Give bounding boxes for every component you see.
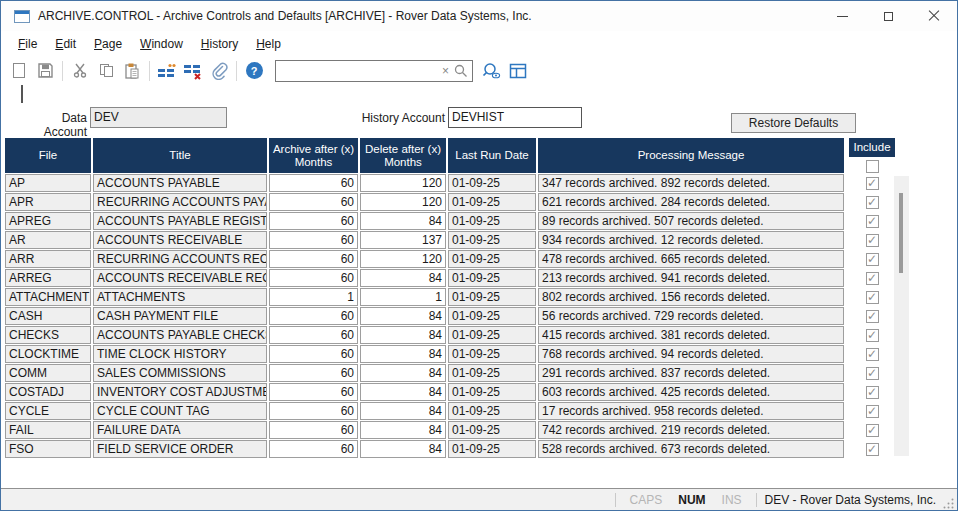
cell-file: ATTACHMENT [5,288,91,306]
history-account-label: History Account [361,111,445,125]
cell-delete-months[interactable]: 1 [360,288,446,306]
cell-archive-months[interactable]: 60 [269,307,358,325]
cell-delete-months[interactable]: 84 [360,326,446,344]
cell-archive-months[interactable]: 60 [269,440,358,458]
help-button[interactable]: ? [241,59,267,83]
table-row: FAIL FAILURE DATA 60 84 01-09-25 742 rec… [5,421,895,439]
include-checkbox[interactable]: ✓ [866,310,879,323]
maximize-button[interactable] [865,1,911,31]
include-checkbox[interactable]: ✓ [866,291,879,304]
clear-search-icon[interactable]: × [438,64,453,78]
include-checkbox[interactable]: ✓ [866,443,879,456]
cell-delete-months[interactable]: 84 [360,402,446,420]
search-input[interactable] [276,62,438,80]
cell-processing-message: 934 records archived. 12 records deleted… [538,231,844,249]
menu-history[interactable]: History [192,34,247,54]
include-select-all-checkbox[interactable] [866,160,879,173]
cell-delete-months[interactable]: 84 [360,345,446,363]
cell-delete-months[interactable]: 120 [360,193,446,211]
cell-archive-months[interactable]: 60 [269,174,358,192]
lookup-preview-icon [482,62,502,80]
restore-defaults-button[interactable]: Restore Defaults [731,113,856,133]
cell-delete-months[interactable]: 120 [360,250,446,268]
cell-processing-message: 603 records archived. 425 records delete… [538,383,844,401]
col-header-title: Title [93,138,267,173]
cell-archive-months[interactable]: 60 [269,364,358,382]
cell-last-run-date: 01-09-25 [448,345,536,363]
menu-window[interactable]: Window [131,34,192,54]
cell-delete-months[interactable]: 84 [360,307,446,325]
cell-delete-months[interactable]: 84 [360,269,446,287]
cell-archive-months[interactable]: 1 [269,288,358,306]
vertical-scrollbar-thumb[interactable] [899,193,903,273]
search-icon[interactable] [453,63,469,79]
cell-delete-months[interactable]: 137 [360,231,446,249]
cell-delete-months[interactable]: 84 [360,383,446,401]
copy-button[interactable] [93,59,119,83]
menu-help[interactable]: Help [247,34,290,54]
cell-processing-message: 768 records archived. 94 records deleted… [538,345,844,363]
table-row: AR ACCOUNTS RECEIVABLE 60 137 01-09-25 9… [5,231,895,249]
close-button[interactable] [911,1,957,31]
window-title: ARCHIVE.CONTROL - Archive Controls and D… [38,9,532,23]
table-row: APR RECURRING ACCOUNTS PAYABLE 60 120 01… [5,193,895,211]
cut-button[interactable] [67,59,93,83]
cell-archive-months[interactable]: 60 [269,212,358,230]
attach-button[interactable] [206,59,232,83]
cell-delete-months[interactable]: 84 [360,212,446,230]
layout-button[interactable] [505,59,531,83]
insert-row-button[interactable] [154,59,180,83]
menu-page[interactable]: Page [85,34,131,54]
paste-button[interactable] [119,59,145,83]
include-checkbox[interactable]: ✓ [866,196,879,209]
cell-archive-months[interactable]: 60 [269,193,358,211]
app-window: ARCHIVE.CONTROL - Archive Controls and D… [0,0,958,511]
cell-archive-months[interactable]: 60 [269,421,358,439]
copy-icon [98,62,115,79]
resize-grip-icon[interactable] [942,497,955,510]
include-checkbox[interactable]: ✓ [866,177,879,190]
save-button[interactable] [32,59,58,83]
menu-file[interactable]: File [9,34,46,54]
cell-delete-months[interactable]: 84 [360,364,446,382]
cell-include: ✓ [849,212,895,230]
include-checkbox[interactable]: ✓ [866,253,879,266]
cell-archive-months[interactable]: 60 [269,326,358,344]
cell-title: ACCOUNTS PAYABLE [93,174,267,192]
cell-archive-months[interactable]: 60 [269,250,358,268]
new-document-icon [13,63,25,78]
cell-file: CYCLE [5,402,91,420]
include-checkbox[interactable]: ✓ [866,234,879,247]
menu-edit[interactable]: Edit [46,34,85,54]
insert-row-icon [157,62,177,80]
status-bar: CAPS NUM INS DEV - Rover Data Systems, I… [1,488,957,510]
include-checkbox[interactable]: ✓ [866,272,879,285]
history-account-field[interactable]: DEVHIST [448,107,582,128]
cell-title: SALES COMMISSIONS [93,364,267,382]
include-checkbox[interactable]: ✓ [866,215,879,228]
cell-title: ACCOUNTS PAYABLE CHECKS [93,326,267,344]
minimize-button[interactable] [819,1,865,31]
delete-row-button[interactable] [180,59,206,83]
include-checkbox[interactable]: ✓ [866,348,879,361]
lookup-button[interactable] [479,59,505,83]
include-checkbox[interactable]: ✓ [866,424,879,437]
cell-delete-months[interactable]: 84 [360,421,446,439]
include-checkbox[interactable]: ✓ [866,367,879,380]
cell-last-run-date: 01-09-25 [448,193,536,211]
cell-archive-months[interactable]: 60 [269,402,358,420]
cell-archive-months[interactable]: 60 [269,345,358,363]
cell-delete-months[interactable]: 120 [360,174,446,192]
cell-archive-months[interactable]: 60 [269,269,358,287]
cell-include: ✓ [849,174,895,192]
cell-archive-months[interactable]: 60 [269,383,358,401]
table-row: ARREG ACCOUNTS RECEIVABLE REGISTER 60 84… [5,269,895,287]
cell-archive-months[interactable]: 60 [269,231,358,249]
include-checkbox[interactable]: ✓ [866,329,879,342]
new-button[interactable] [6,59,32,83]
include-checkbox[interactable]: ✓ [866,386,879,399]
vertical-scrollbar-track[interactable] [894,176,909,456]
close-icon [928,10,940,22]
cell-delete-months[interactable]: 84 [360,440,446,458]
include-checkbox[interactable]: ✓ [866,405,879,418]
